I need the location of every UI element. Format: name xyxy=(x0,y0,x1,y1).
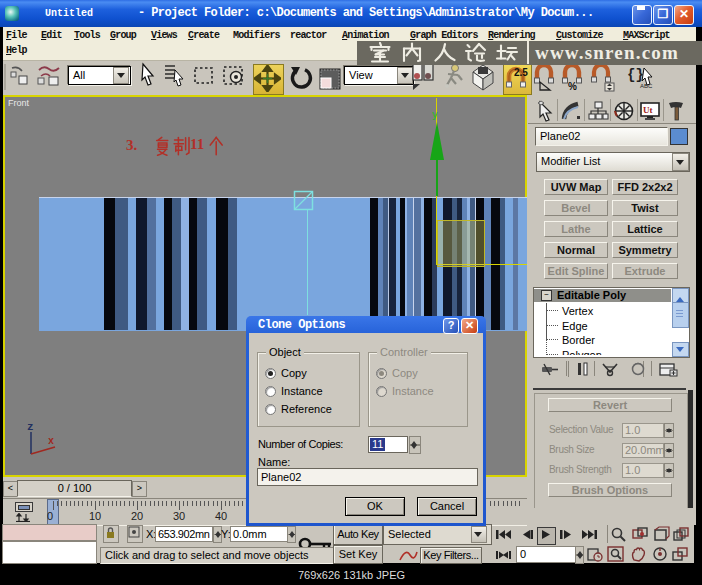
svg-text:ABC: ABC xyxy=(640,83,653,89)
svg-text:z: z xyxy=(27,421,34,433)
svg-text:%: % xyxy=(568,81,577,92)
svg-text:2.5: 2.5 xyxy=(514,67,528,78)
svg-text:x: x xyxy=(48,436,54,447)
svg-text:Ut: Ut xyxy=(643,105,653,115)
svg-text:{}: {} xyxy=(627,67,644,83)
svg-text:y: y xyxy=(432,110,438,121)
